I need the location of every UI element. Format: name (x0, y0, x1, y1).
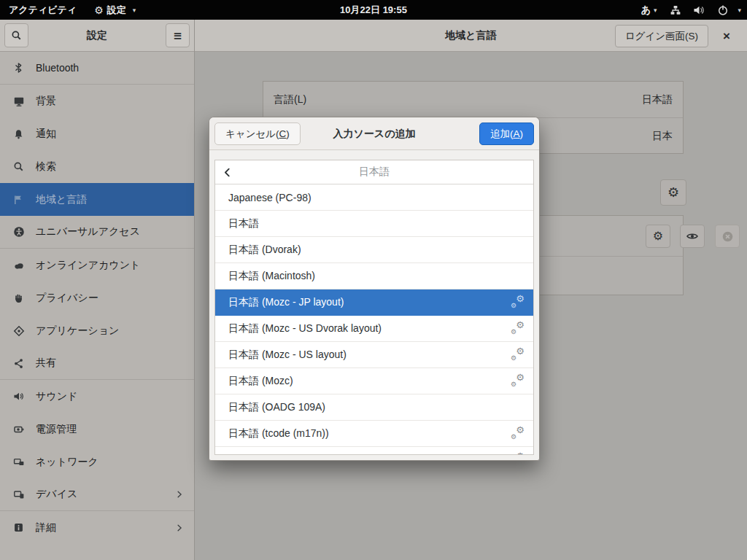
input-source-list: 日本語 Japanese (PC-98) 日本語 日本語 (Dvorak) 日本… (214, 160, 534, 455)
input-source-indicator[interactable]: あ ▾ (634, 4, 665, 17)
activities-button[interactable]: アクティビティ (0, 0, 85, 20)
ime-settings-icon: ⚙⚙ (511, 322, 525, 335)
chevron-down-icon: ▾ (133, 7, 136, 14)
sidebar-item-label: プライバシー (36, 292, 98, 305)
sidebar: 設定 ≡ Bluetooth 背景 通 (0, 20, 195, 560)
sidebar-item-label: ネットワーク (36, 456, 98, 469)
bell-icon (12, 128, 25, 140)
list-item[interactable]: Japanese (PC-98) (215, 184, 533, 211)
sidebar-item-label: デバイス (36, 488, 77, 501)
list-header-label: 日本語 (359, 166, 390, 179)
list-item[interactable]: 日本語 (trycode (m17n)) ⚙⚙ (215, 447, 533, 455)
info-icon (12, 521, 25, 534)
dialog-header: 入力ソースの追加 キャンセル(C) 追加(A) (209, 117, 539, 150)
language-row[interactable]: 言語(L) 日本語 (263, 82, 683, 118)
sidebar-item-online-accounts[interactable]: オンラインアカウント (0, 249, 194, 281)
circle-x-icon (721, 230, 734, 243)
list-item-label: 日本語 (tcode (m17n)) (228, 427, 329, 440)
ime-settings-icon: ⚙⚙ (511, 454, 525, 455)
cancel-label-end: ) (286, 128, 290, 139)
sidebar-item-privacy[interactable]: プライバシー (0, 281, 194, 314)
sidebar-item-label: 地域と言語 (36, 193, 87, 206)
sidebar-item-label: 電源管理 (36, 423, 77, 436)
monitor-icon (12, 95, 25, 107)
list-item-label: 日本語 (228, 217, 259, 230)
ime-settings-icon: ⚙⚙ (511, 296, 525, 308)
source-remove-button[interactable] (715, 225, 740, 248)
list-item[interactable]: 日本語 (Mozc) ⚙⚙ (215, 368, 533, 394)
source-preview-button[interactable] (680, 225, 705, 248)
list-item[interactable]: 日本語 (215, 211, 533, 237)
bluetooth-icon (12, 62, 25, 74)
list-item[interactable]: 日本語 (Mozc - US Dvorak layout) ⚙⚙ (215, 316, 533, 342)
add-button[interactable]: 追加(A) (479, 122, 534, 145)
sidebar-item-applications[interactable]: アプリケーション (0, 314, 194, 347)
app-menu-button[interactable]: ⚙ 設定 ▾ (85, 0, 144, 20)
volume-icon[interactable] (693, 4, 705, 16)
cancel-button[interactable]: キャンセル(C) (214, 122, 301, 145)
search-button[interactable] (4, 23, 28, 47)
add-input-source-dialog: 入力ソースの追加 キャンセル(C) 追加(A) 日本語 Japanese (PC… (209, 117, 540, 461)
add-label: 追加( (490, 128, 514, 141)
sidebar-list: Bluetooth 背景 通知 検索 (0, 52, 194, 560)
close-window-button[interactable]: × (716, 25, 738, 47)
back-button[interactable] (222, 160, 233, 184)
sidebar-item-label: 検索 (36, 160, 56, 174)
battery-icon (12, 423, 25, 435)
sidebar-item-notifications[interactable]: 通知 (0, 117, 194, 150)
sidebar-item-sharing[interactable]: 共有 (0, 347, 194, 380)
language-value: 日本語 (642, 93, 673, 106)
menu-button[interactable]: ≡ (166, 23, 190, 47)
accessibility-icon (12, 226, 25, 238)
sidebar-item-label: Bluetooth (36, 62, 79, 74)
list-item-label: 日本語 (Macintosh) (228, 270, 315, 283)
list-item[interactable]: 日本語 (OADG 109A) (215, 394, 533, 421)
cloud-icon (12, 259, 25, 271)
applications-icon (12, 324, 25, 337)
source-settings-button[interactable]: ⚙ (646, 225, 670, 248)
list-item[interactable]: 日本語 (Dvorak) (215, 237, 533, 263)
list-item[interactable]: 日本語 (Mozc - US layout) ⚙⚙ (215, 342, 533, 368)
activities-label: アクティビティ (9, 4, 77, 17)
chevron-down-icon[interactable]: ▾ (738, 7, 741, 14)
sidebar-item-label: 背景 (36, 95, 56, 108)
chevron-right-icon (175, 523, 184, 533)
sidebar-item-label: 詳細 (36, 521, 56, 534)
sidebar-item-network[interactable]: ネットワーク (0, 446, 194, 478)
language-label: 言語(L) (274, 93, 306, 106)
sidebar-item-background[interactable]: 背景 (0, 85, 194, 117)
ime-settings-icon: ⚙⚙ (511, 349, 525, 361)
sidebar-item-universal-access[interactable]: ユニバーサルアクセス (0, 216, 194, 249)
list-header: 日本語 (215, 160, 533, 184)
network-icon[interactable] (670, 4, 681, 16)
eye-icon (686, 230, 699, 242)
sidebar-item-devices[interactable]: デバイス (0, 478, 194, 511)
login-screen-button[interactable]: ログイン画面(S) (615, 25, 708, 47)
gear-icon: ⚙ (667, 186, 679, 199)
power-icon[interactable] (717, 4, 729, 16)
main-header: 地域と言語 ログイン画面(S) × (195, 20, 747, 52)
sidebar-item-label: サウンド (36, 390, 77, 403)
sidebar-item-bluetooth[interactable]: Bluetooth (0, 52, 194, 85)
list-item[interactable]: 日本語 (tcode (m17n)) ⚙⚙ (215, 421, 533, 447)
sidebar-header: 設定 ≡ (0, 20, 194, 52)
sidebar-item-details[interactable]: 詳細 (0, 511, 194, 544)
formats-value: 日本 (652, 130, 673, 143)
list-item-label: 日本語 (Mozc - US layout) (228, 349, 347, 362)
sidebar-item-search[interactable]: 検索 (0, 150, 194, 183)
gear-icon: ⚙ (653, 230, 663, 242)
input-source-options-button[interactable]: ⚙ (660, 179, 686, 206)
close-icon: × (723, 29, 730, 44)
chevron-down-icon: ▾ (654, 7, 657, 14)
sidebar-item-power[interactable]: 電源管理 (0, 413, 194, 446)
network-monitors-icon (12, 456, 25, 468)
sidebar-item-sound[interactable]: サウンド (0, 380, 194, 413)
list-item[interactable]: 日本語 (Macintosh) (215, 263, 533, 289)
cancel-mnemonic: C (279, 128, 287, 139)
search-icon (12, 160, 25, 173)
input-source-label: あ (641, 4, 651, 17)
sidebar-item-label: ユニバーサルアクセス (36, 225, 140, 238)
sidebar-item-region-language[interactable]: 地域と言語 (0, 183, 194, 216)
list-item-selected[interactable]: 日本語 (Mozc - JP layout) ⚙⚙ (215, 289, 533, 316)
list-item-label: Japanese (PC-98) (228, 192, 311, 203)
